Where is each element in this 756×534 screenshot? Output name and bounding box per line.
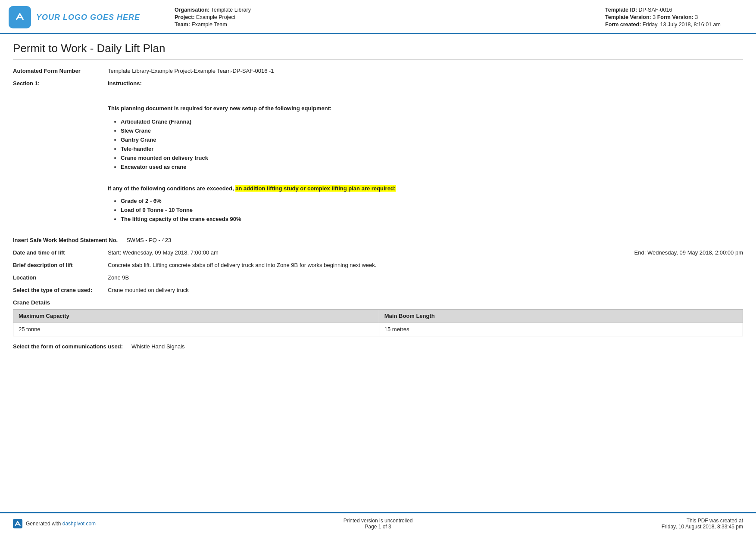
dashpivot-icon bbox=[13, 519, 22, 528]
form-created-label: Form created: bbox=[605, 22, 641, 28]
list-item: Articulated Crane (Franna) bbox=[121, 118, 743, 125]
org-label: Organisation: bbox=[175, 7, 209, 13]
template-id-value: DP-SAF-0016 bbox=[639, 7, 672, 13]
conditions-list: Grade of 2 - 6% Load of 0 Tonne - 10 Ton… bbox=[108, 198, 743, 222]
footer-left: Generated with dashpivot.com bbox=[13, 519, 256, 528]
generated-label: Generated with bbox=[26, 521, 61, 527]
template-version-value: 3 bbox=[653, 14, 656, 20]
conditions-prefix: If any of the following conditions are e… bbox=[108, 185, 235, 192]
page-footer: Generated with dashpivot.com Printed ver… bbox=[0, 512, 756, 534]
communications-label: Select the form of communications used: bbox=[13, 343, 131, 350]
brief-description-label: Brief description of lift bbox=[13, 262, 108, 268]
date-row: Date and time of lift Start: Wednesday, … bbox=[13, 249, 743, 256]
template-id-label: Template ID: bbox=[605, 7, 637, 13]
version-row: Template Version: 3 Form Version: 3 bbox=[605, 14, 743, 20]
page-header: YOUR LOGO GOES HERE Organisation: Templa… bbox=[0, 0, 756, 34]
pdf-created-label: This PDF was created at bbox=[500, 518, 743, 524]
generated-link[interactable]: dashpivot.com bbox=[62, 521, 96, 527]
generated-text: Generated with dashpivot.com bbox=[26, 521, 96, 527]
crane-details-title: Crane Details bbox=[13, 299, 743, 306]
page-info: Printed version is uncontrolled bbox=[256, 518, 500, 524]
form-version-label: Form Version: bbox=[657, 14, 694, 20]
date-end: End: Wednesday, 09 May 2018, 2:00:00 pm bbox=[425, 249, 743, 256]
location-value: Zone 9B bbox=[108, 274, 743, 281]
list-item: Crane mounted on delivery truck bbox=[121, 155, 743, 161]
list-item: Excavator used as crane bbox=[121, 164, 743, 170]
instructions-title: Instructions: bbox=[108, 80, 743, 87]
list-item: Grade of 2 - 6% bbox=[121, 198, 743, 204]
form-title: Permit to Work - Daily Lift Plan bbox=[13, 42, 743, 60]
list-item: Tele-handler bbox=[121, 146, 743, 152]
table-row: 25 tonne 15 metres bbox=[13, 323, 743, 336]
date-label: Date and time of lift bbox=[13, 249, 108, 256]
form-created-row: Form created: Friday, 13 July 2018, 8:16… bbox=[605, 22, 743, 28]
location-label: Location bbox=[13, 274, 108, 281]
team-row: Team: Example Team bbox=[175, 22, 597, 28]
brief-description-value: Concrete slab lift. Lifting concrete sla… bbox=[108, 262, 743, 268]
swms-row: Insert Safe Work Method Statement No. SW… bbox=[13, 237, 743, 243]
list-item: The lifting capacity of the crane exceed… bbox=[121, 216, 743, 222]
template-id-row: Template ID: DP-SAF-0016 bbox=[605, 7, 743, 13]
section1-content: Instructions: This planning document is … bbox=[108, 80, 743, 231]
project-value: Example Project bbox=[196, 14, 235, 20]
page-number: Page 1 of 3 bbox=[256, 524, 500, 530]
list-item: Gantry Crane bbox=[121, 137, 743, 143]
logo-text: YOUR LOGO GOES HERE bbox=[36, 13, 140, 22]
date-values: Start: Wednesday, 09 May 2018, 7:00:00 a… bbox=[108, 249, 743, 256]
equipment-list: Articulated Crane (Franna) Slew Crane Ga… bbox=[108, 118, 743, 170]
automated-form-label: Automated Form Number bbox=[13, 68, 108, 74]
table-header-row: Maximum Capacity Main Boom Length bbox=[13, 310, 743, 323]
footer-center: Printed version is uncontrolled Page 1 o… bbox=[256, 518, 500, 530]
automated-form-value: Template Library-Example Project-Example… bbox=[108, 68, 743, 74]
section1-label: Section 1: bbox=[13, 80, 108, 87]
location-row: Location Zone 9B bbox=[13, 274, 743, 281]
col-max-capacity: Maximum Capacity bbox=[13, 310, 379, 323]
conditions-text: If any of the following conditions are e… bbox=[108, 185, 743, 192]
swms-value: SWMS - PQ - 423 bbox=[126, 237, 743, 243]
brief-description-row: Brief description of lift Concrete slab … bbox=[13, 262, 743, 268]
logo-icon bbox=[9, 6, 31, 28]
communications-row: Select the form of communications used: … bbox=[13, 343, 743, 350]
template-version-label: Template Version: bbox=[605, 14, 651, 20]
conditions-highlight: an addition lifting study or complex lif… bbox=[235, 185, 396, 192]
date-start: Start: Wednesday, 09 May 2018, 7:00:00 a… bbox=[108, 249, 425, 256]
project-row: Project: Example Project bbox=[175, 14, 597, 20]
main-content: Permit to Work - Daily Lift Plan Automat… bbox=[0, 34, 756, 390]
list-item: Slew Crane bbox=[121, 127, 743, 134]
communications-value: Whistle Hand Signals bbox=[131, 343, 743, 350]
instructions-main: This planning document is required for e… bbox=[108, 105, 743, 112]
footer-right: This PDF was created at Friday, 10 Augus… bbox=[500, 518, 743, 530]
org-row: Organisation: Template Library bbox=[175, 7, 597, 13]
pdf-created-value: Friday, 10 August 2018, 8:33:45 pm bbox=[500, 524, 743, 530]
cell-capacity: 25 tonne bbox=[13, 323, 379, 336]
crane-type-value: Crane mounted on delivery truck bbox=[108, 287, 743, 293]
crane-type-row: Select the type of crane used: Crane mou… bbox=[13, 287, 743, 293]
list-item: Load of 0 Tonne - 10 Tonne bbox=[121, 207, 743, 213]
header-meta: Organisation: Template Library Project: … bbox=[149, 6, 597, 28]
form-created-value: Friday, 13 July 2018, 8:16:01 am bbox=[643, 22, 721, 28]
automated-form-row: Automated Form Number Template Library-E… bbox=[13, 68, 743, 74]
swms-label: Insert Safe Work Method Statement No. bbox=[13, 237, 126, 243]
logo-area: YOUR LOGO GOES HERE bbox=[9, 6, 140, 28]
org-value: Template Library bbox=[211, 7, 251, 13]
project-label: Project: bbox=[175, 14, 195, 20]
cell-boom: 15 metres bbox=[379, 323, 743, 336]
col-main-boom: Main Boom Length bbox=[379, 310, 743, 323]
header-right: Template ID: DP-SAF-0016 Template Versio… bbox=[605, 6, 743, 28]
crane-type-label: Select the type of crane used: bbox=[13, 287, 108, 293]
form-version-value: 3 bbox=[695, 14, 698, 20]
crane-table: Maximum Capacity Main Boom Length 25 ton… bbox=[13, 309, 743, 336]
team-value: Example Team bbox=[191, 22, 227, 28]
section1-row: Section 1: Instructions: This planning d… bbox=[13, 80, 743, 231]
team-label: Team: bbox=[175, 22, 190, 28]
svg-rect-0 bbox=[13, 519, 22, 528]
